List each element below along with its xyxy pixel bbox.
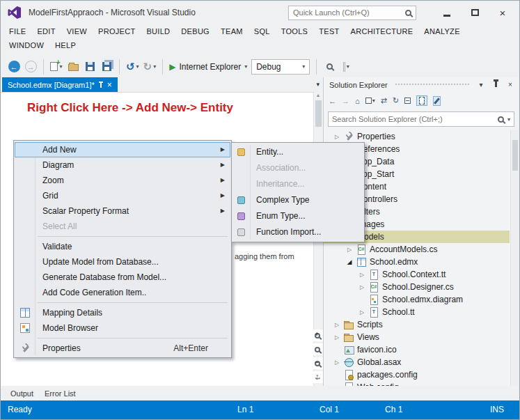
tree-item-web-config[interactable]: ▷Web.config [324,381,510,386]
expand-icon[interactable]: ▷ [359,272,365,278]
zoom-in-button[interactable]: + [312,329,324,341]
tree-item-school-tt[interactable]: ▷TSchool.tt [324,306,510,318]
menu-item-grid[interactable]: Grid▶ [15,188,230,203]
tree-item-views[interactable]: ▷Views [324,331,510,343]
expand-icon[interactable]: ▷ [333,359,340,366]
redo-button[interactable]: ↻▾ [143,59,157,75]
menu-item-validate[interactable]: Validate [15,239,230,254]
tab-output[interactable]: Output [6,388,38,399]
tree-item-global-asax[interactable]: ▷Global.asax [324,356,510,368]
close-button[interactable]: × [496,6,510,20]
se-home-button[interactable]: ⌂ [355,97,360,105]
pan-button[interactable]: ↔↕ [312,371,324,383]
undo-dropdown-icon[interactable]: ▾ [136,63,139,70]
solution-explorer-search-input[interactable] [332,115,494,123]
document-list-dropdown-icon[interactable]: ▾ [316,81,320,88]
menu-item-add-code-generation-item[interactable]: Add Code Generation Item.. [15,285,230,300]
menu-test[interactable]: TEST [313,24,345,38]
se-back-button[interactable]: ← [329,97,336,105]
solution-configuration-select[interactable]: Debug ▾ [251,59,310,75]
tree-item-packages-config[interactable]: packages.config [324,368,510,381]
pin-icon[interactable] [491,81,501,88]
tree-item-properties[interactable]: ▷Properties [324,130,510,143]
menu-edit[interactable]: EDIT [31,24,61,38]
minimize-button[interactable] [440,6,454,20]
menu-build[interactable]: BUILD [141,24,175,38]
start-debugging-button[interactable]: ▶ Internet Explorer ▾ [169,59,247,75]
menu-project[interactable]: PROJECT [93,24,141,38]
submenu-item-function-import[interactable]: Function Import... [233,224,363,240]
redo-dropdown-icon[interactable]: ▾ [153,63,156,70]
search-options-dropdown-icon[interactable]: ▾ [507,116,510,123]
se-forward-button[interactable]: → [342,97,349,105]
se-refresh-button[interactable]: ↻ [393,96,399,105]
expand-icon[interactable]: ▷ [359,309,365,316]
se-properties-button[interactable] [433,96,441,106]
menu-item-generate-database-from-model[interactable]: Generate Database from Model... [15,270,230,285]
menu-item-properties[interactable]: PropertiesAlt+Enter [15,341,230,356]
se-sync-button[interactable]: ⇄ [381,96,387,105]
menu-debug[interactable]: DEBUG [175,24,215,38]
tree-item-favicon-ico[interactable]: favicon.ico [324,343,510,356]
expand-icon[interactable]: ▷ [333,334,340,341]
expand-icon[interactable]: ▷ [346,247,353,253]
scrollbar-thumb[interactable] [315,100,322,127]
new-item-button[interactable]: ▾ [50,59,63,75]
tab-close-icon[interactable]: × [107,80,112,90]
quick-launch-box[interactable] [288,6,416,20]
menu-help[interactable]: HELP [49,38,81,52]
menu-sql[interactable]: SQL [249,24,276,38]
open-file-button[interactable] [67,59,79,75]
tree-item-school-context-tt[interactable]: ▷TSchool.Context.tt [324,268,510,281]
quick-launch-input[interactable] [293,8,402,17]
save-button[interactable] [84,59,96,75]
zoom-100-button[interactable] [312,343,324,355]
tree-item-accountmodels-cs[interactable]: ▷C#AccountModels.cs [324,243,510,256]
scrollbar-thumb[interactable] [512,140,518,171]
menu-architecture[interactable]: ARCHITECTURE [345,24,419,38]
save-all-button[interactable] [100,59,113,75]
collapse-icon[interactable]: ◢ [346,258,353,265]
menu-team[interactable]: TEAM [215,24,249,38]
se-collapse-all-button[interactable] [404,98,411,104]
toolbar-options-button[interactable]: ▾ [340,59,352,75]
close-icon[interactable]: × [505,81,515,88]
solution-explorer-header[interactable]: Solution Explorer ▾ × [324,77,519,92]
tree-item-scripts[interactable]: ▷Scripts [324,318,510,331]
menu-item-zoom[interactable]: Zoom▶ [15,173,230,188]
menu-analyze[interactable]: ANALYZE [418,24,465,38]
tab-error-list[interactable]: Error List [40,388,80,399]
browser-select-dropdown-icon[interactable]: ▾ [244,63,247,70]
maximize-button[interactable] [468,6,482,20]
menu-item-scalar-property-format[interactable]: Scalar Property Format▶ [15,203,230,219]
drag-grip[interactable] [395,83,469,86]
expand-icon[interactable]: ▷ [333,134,340,140]
zoom-out-button[interactable]: − [312,357,324,369]
menu-item-model-browser[interactable]: Model Browser [15,320,230,336]
find-button[interactable] [323,59,336,75]
menu-file[interactable]: FILE [3,24,31,38]
submenu-item-entity[interactable]: Entity... [233,144,363,160]
menu-item-mapping-details[interactable]: Mapping Details [15,305,230,320]
tree-item-school-edmx-diagram[interactable]: School.edmx.diagram [324,293,510,306]
tab-school-edmx[interactable]: School.edmx [Diagram1]* × [2,77,118,92]
tree-item-school-designer-cs[interactable]: ▷C#School.Designer.cs [324,281,510,293]
solution-explorer-search-box[interactable]: ▾ [328,111,514,127]
pin-icon[interactable] [100,83,102,88]
scroll-up-icon[interactable]: ▲ [314,93,322,98]
menu-item-add-new[interactable]: Add New▶ [15,142,230,157]
navigate-forward-button[interactable]: → [24,59,37,75]
submenu-item-complex-type[interactable]: Complex Type [233,192,363,208]
menu-window[interactable]: WINDOW [3,38,49,52]
menu-item-diagram[interactable]: Diagram▶ [15,157,230,173]
se-show-all-files-button[interactable] [416,95,427,106]
window-position-dropdown-icon[interactable]: ▾ [476,81,486,88]
menu-view[interactable]: VIEW [61,24,93,38]
undo-button[interactable]: ↺▾ [126,59,139,75]
expand-icon[interactable]: ▷ [359,284,365,290]
navigate-back-button[interactable]: ← [8,59,20,75]
menu-tools[interactable]: TOOLS [276,24,314,38]
expand-icon[interactable]: ▷ [333,322,340,328]
menu-item-update-model-from-database[interactable]: Update Model from Database... [15,254,230,270]
se-switch-views-button[interactable]: ▾ [365,98,375,104]
